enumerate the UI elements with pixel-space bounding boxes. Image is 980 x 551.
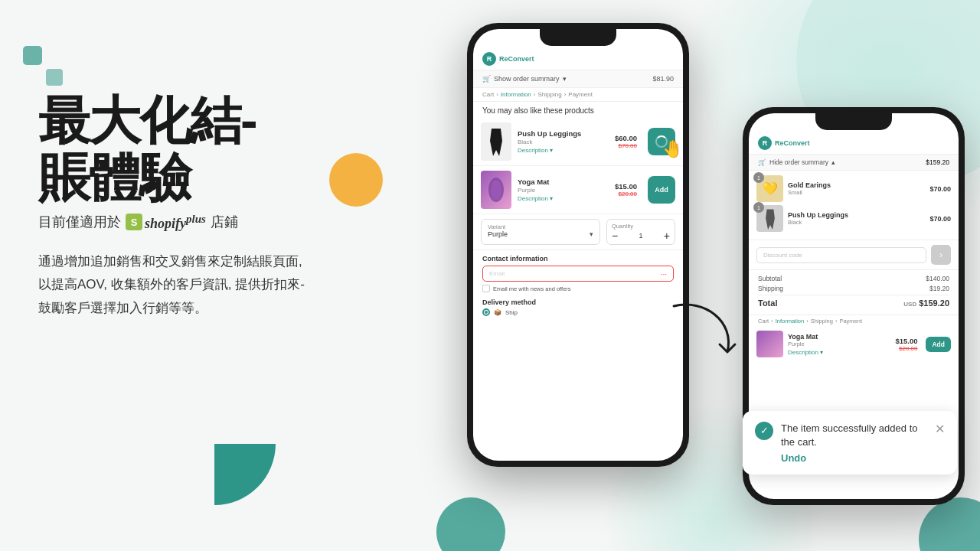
p2-reconvert-logo: R ReConvert	[758, 136, 810, 150]
shipping-row: Shipping $19.20	[758, 285, 949, 292]
notif-message: The item successfully added to the cart.	[781, 422, 927, 449]
product-row-yoga: Yoga Mat Purple Description ▾ $15.00 $20…	[473, 166, 683, 214]
p2-logo-icon: R	[758, 136, 772, 150]
p2-order-summary-bar[interactable]: 🛒 Hide order summary ▴ $159.20	[749, 155, 959, 171]
grand-total-row: Total USD $159.20	[758, 295, 949, 308]
leggings-thumb	[481, 122, 511, 161]
shopify-wordmark: shopifyplus	[145, 213, 206, 232]
delivery-section: Delivery method 📦 Ship	[473, 295, 683, 319]
p2-yoga-thumb	[756, 331, 783, 357]
product-row-leggings: Push Up Leggings Black Description ▾ $60…	[473, 118, 683, 166]
main-title: 最大化結- 賬體驗	[38, 92, 406, 207]
phones-container: R ReConvert 🛒 Show order summary ▾ $81.9…	[429, 0, 980, 551]
p2-breadcrumb: Cart › Information › Shipping › Payment	[749, 315, 959, 327]
contact-section: Contact information Email ··· Email me w…	[473, 249, 683, 295]
quantity-box: Quantity − 1 +	[606, 219, 675, 245]
p2-header: R ReConvert	[749, 130, 959, 155]
notif-undo-btn[interactable]: Undo	[781, 452, 945, 464]
subtitle-row: 目前僅適用於 S shopifyplus 店鋪	[38, 213, 406, 232]
notif-check-icon: ✓	[755, 422, 773, 440]
arrow-svg	[658, 291, 750, 367]
subtotal-row: Subtotal $140.00	[758, 275, 949, 282]
qty-controls: − 1 +	[612, 230, 670, 241]
product-info-yoga: Yoga Mat Purple Description ▾	[518, 178, 609, 202]
discount-input[interactable]: Discount code	[756, 247, 926, 263]
p2-yoga-prices: $15.00 $20.00	[895, 337, 917, 352]
notification-card: ✓ The item successfully added to the car…	[743, 411, 957, 474]
shopify-icon: S	[126, 214, 142, 230]
p2-totals: Subtotal $140.00 Shipping $19.20 Total U…	[749, 270, 959, 315]
bg-teal-shapes	[23, 46, 65, 88]
p2-leggings-icon	[762, 208, 779, 230]
discount-apply-btn[interactable]: ›	[931, 245, 951, 265]
p2-yoga-info: Yoga Mat Purple Description ▾	[788, 333, 890, 356]
qty-decrease-btn[interactable]: −	[612, 230, 618, 241]
svg-point-3	[491, 180, 501, 200]
leggings-icon	[485, 127, 507, 156]
p2-discount-row: Discount code ›	[749, 240, 959, 270]
notif-top: ✓ The item successfully added to the car…	[755, 422, 945, 449]
phone1-notch	[540, 29, 616, 46]
yoga-thumb	[481, 171, 511, 209]
email-checkbox-row[interactable]: Email me with news and offers	[482, 285, 674, 292]
left-section: 最大化結- 賬體驗 目前僅適用於 S shopifyplus 店鋪 通過增加追加…	[38, 92, 406, 320]
yoga-add-btn[interactable]: Add	[648, 176, 675, 204]
p1-header: R ReConvert	[473, 46, 683, 70]
upsell-title: You may also like these products	[473, 102, 683, 118]
p2-order-total: $159.20	[926, 158, 949, 166]
logo-icon: R	[482, 52, 496, 66]
notif-close-btn[interactable]: ✕	[935, 422, 945, 436]
leggings-add-btn-loading[interactable]: 🤚	[648, 128, 675, 155]
p2-yoga-row: Yoga Mat Purple Description ▾ $15.00 $20…	[749, 327, 959, 361]
yoga-mat-icon	[485, 176, 508, 204]
phone1-content: R ReConvert 🛒 Show order summary ▾ $81.9…	[473, 46, 683, 461]
phone1: R ReConvert 🛒 Show order summary ▾ $81.9…	[467, 23, 689, 467]
phone2-notch	[815, 113, 892, 130]
phone1-screen: R ReConvert 🛒 Show order summary ▾ $81.9…	[473, 29, 683, 461]
p2-item-earings: 1 💛 Gold Earings Small $70.00	[756, 175, 951, 202]
earings-badge: 1	[753, 172, 764, 183]
shopify-logo: S shopifyplus	[126, 213, 206, 232]
p2-leggings-thumb: 1	[756, 205, 783, 232]
bg-teal-quarter	[214, 444, 276, 505]
body-text: 通過增加追加銷售和交叉銷售來定制結賬頁面, 以提高AOV, 收集額外的客戶資訊,…	[38, 250, 406, 321]
leggings-badge: 1	[753, 202, 764, 213]
svg-rect-1	[46, 69, 63, 86]
p2-order-left: 🛒 Hide order summary ▴	[758, 158, 835, 166]
cursor-icon: 🤚	[662, 139, 683, 159]
qty-increase-btn[interactable]: +	[664, 230, 670, 241]
earings-thumb: 1 💛	[756, 175, 783, 202]
reconvert-logo: R ReConvert	[482, 52, 534, 66]
subtitle-text: 目前僅適用於	[38, 213, 121, 231]
p1-order-summary-bar[interactable]: 🛒 Show order summary ▾ $81.90	[473, 70, 683, 88]
store-suffix: 店鋪	[211, 213, 238, 231]
product-info-leggings: Push Up Leggings Black Description ▾	[518, 129, 609, 154]
p1-breadcrumb: Cart › Information › Shipping › Payment	[473, 88, 683, 102]
variant-select[interactable]: Variant Purple ▾	[481, 219, 600, 245]
email-checkbox[interactable]	[482, 285, 490, 292]
email-field[interactable]: Email ···	[482, 266, 674, 282]
yoga-prices: $15.00 $20.00	[615, 182, 637, 197]
svg-rect-0	[23, 46, 42, 65]
p2-yoga-add-btn[interactable]: Add	[926, 337, 951, 352]
variant-qty-row: Variant Purple ▾ Quantity − 1 +	[473, 214, 683, 249]
p2-leggings-info: Push Up Leggings Black	[788, 211, 925, 226]
delivery-ship-option[interactable]: 📦 Ship	[482, 308, 674, 316]
order-total: $81.90	[652, 75, 674, 83]
p2-item-leggings: 1 Push Up Leggings Black $70.00	[756, 205, 951, 232]
leggings-prices: $60.00 $70.00	[615, 134, 637, 149]
order-summary-left: 🛒 Show order summary ▾	[482, 75, 567, 83]
bg-teal-circle-br	[919, 497, 980, 551]
earings-info: Gold Earings Small	[788, 181, 925, 196]
grand-total-right: USD $159.20	[903, 298, 949, 308]
p2-items: 1 💛 Gold Earings Small $70.00 1	[749, 171, 959, 240]
